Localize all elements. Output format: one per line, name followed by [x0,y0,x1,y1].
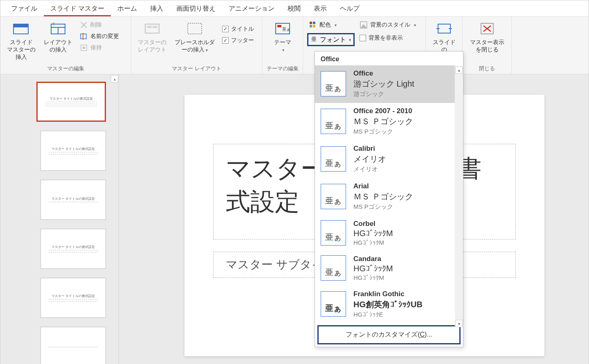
svg-text:+: + [52,22,55,27]
tab-view[interactable]: 表示 [307,0,333,16]
slide-size-icon [434,21,454,36]
scroll-up-icon[interactable]: ▴ [455,66,463,74]
group-close-label: 閉じる [467,63,507,72]
preserve-icon [80,44,88,52]
font-sample-icon: 亜ぁ [321,220,346,246]
close-icon [477,21,497,36]
tab-transition[interactable]: 画面切り替え [170,0,222,16]
insert-slide-master-label: スライド マスターの挿入 [7,39,36,61]
thumbnail-panel[interactable]: ▴ マスター タイトルの書式設定 マスター タイトルの書式設定 マスター タイト… [0,74,119,364]
font-sample-icon: 亜ぁ [321,255,346,281]
scroll-up-button[interactable]: ▴ [111,75,118,83]
group-edit-master: スライド マスターの挿入 + レイアウトの挿入 削除 名前の変更 [0,17,131,74]
fonts-button[interactable]: 亜 フォント▾ [307,33,355,46]
tab-animation[interactable]: アニメーション [222,0,281,16]
checkbox-checked-icon [222,37,229,44]
chevron-down-icon: ▾ [205,48,208,52]
title-checkbox[interactable]: タイトル [220,24,256,34]
svg-text:亜: 亜 [311,36,317,42]
theme-button[interactable]: 亜ぁ テーマ▾ [268,19,297,54]
svg-rect-11 [153,26,157,28]
app-window: ファイル スライド マスター ホーム 挿入 画面切り替え アニメーション 校閲 … [0,0,589,364]
insert-layout-label: レイアウトの挿入 [44,39,72,54]
font-sample-icon: 亜ぁ [321,291,346,317]
colors-button[interactable]: 配色▾ [307,20,355,30]
chevron-down-icon: ▾ [348,38,351,42]
tab-home[interactable]: ホーム [111,0,144,16]
dropdown-scrollbar[interactable]: ▴ ▾ [455,66,463,327]
layout-thumbnail[interactable]: マスター タイトルの書式設定 [40,180,106,220]
font-sample-icon: 亜ぁ [321,71,346,96]
master-thumbnail[interactable]: マスター タイトルの書式設定 [36,82,106,122]
font-dropdown-header: Office [315,51,463,65]
placeholder-icon [185,21,205,36]
font-theme-dropdown: Office 亜ぁ Office 游ゴシック Light 游ゴシック 亜ぁ Of… [315,51,463,347]
chevron-down-icon: ▾ [413,23,416,27]
bg-style-button[interactable]: 背景のスタイル▾ [358,20,418,30]
layout-thumbnail[interactable] [40,327,106,364]
svg-rect-18 [310,25,312,27]
svg-rect-10 [147,26,152,28]
tab-slide-master[interactable]: スライド マスター [44,0,111,16]
font-sample-icon: 亜ぁ [321,109,346,134]
svg-rect-16 [310,22,312,24]
tab-strip: ファイル スライド マスター ホーム 挿入 画面切り替え アニメーション 校閲 … [0,0,589,17]
insert-placeholder-button[interactable]: プレースホルダーの挿入▾ [172,19,217,55]
delete-icon [80,21,88,29]
layout-thumbnail[interactable]: マスター タイトルの書式設定 [40,131,106,171]
insert-layout-button[interactable]: + レイアウトの挿入 [41,19,75,55]
font-theme-item[interactable]: 亜ぁ Arial ＭＳ Ｐゴシック MS Pゴシック [315,178,455,216]
workspace: ▴ マスター タイトルの書式設定 マスター タイトルの書式設定 マスター タイト… [0,74,589,364]
font-theme-list: 亜ぁ Office 游ゴシック Light 游ゴシック 亜ぁ Office 20… [315,65,463,323]
group-edit-master-label: マスターの編集 [4,63,127,72]
chevron-down-icon: ▾ [281,48,284,52]
svg-rect-19 [313,25,315,27]
group-close: マスター表示を閉じる 閉じる [463,17,512,74]
font-theme-item[interactable]: 亜ぁ Office 游ゴシック Light 游ゴシック [315,65,455,103]
fonts-icon: 亜 [311,35,318,44]
tab-review[interactable]: 校閲 [281,0,307,16]
slide-master-icon [11,21,31,36]
preserve-button: 保持 [78,43,121,53]
group-edit-theme: 亜ぁ テーマ▾ テーマの編集 [262,17,303,74]
font-theme-item[interactable]: 亜ぁ Office 2007 - 2010 ＭＳ Ｐゴシック MS Pゴシック [315,103,455,141]
delete-button: 削除 [78,20,121,30]
slide-size-button[interactable]: スライドの [430,19,458,55]
font-theme-item[interactable]: 亜ぁ Corbel HGｺﾞｼｯｸM HGｺﾞｼｯｸM [315,216,455,251]
font-theme-item[interactable]: 亜ぁ Calibri メイリオ メイリオ [315,141,455,178]
tab-insert[interactable]: 挿入 [144,0,170,16]
theme-icon: 亜ぁ [273,21,292,36]
group-master-layout: マスターのレイアウト プレースホルダーの挿入▾ タイトル フッター [131,17,262,74]
font-theme-item[interactable]: 亜ぁ Franklin Gothic HG創英角ｺﾞｼｯｸUB HGｺﾞｼｯｸE [315,286,455,323]
tab-file[interactable]: ファイル [4,0,44,16]
close-master-button[interactable]: マスター表示を閉じる [467,19,507,55]
layout-thumbnail[interactable]: マスター タイトルの書式設定 [40,278,106,318]
insert-slide-master-button[interactable]: スライド マスターの挿入 [4,19,38,63]
layout-icon: + [48,21,68,36]
checkbox-checked-icon [222,26,229,32]
footer-checkbox[interactable]: フッター [220,36,256,45]
tab-help[interactable]: ヘルプ [333,0,366,16]
svg-rect-1 [13,24,28,27]
font-theme-item[interactable]: 亜ぁ Candara HGｺﾞｼｯｸM HGｺﾞｼｯｸM [315,251,455,286]
svg-text:亜ぁ: 亜ぁ [282,27,290,31]
layout-thumbnail[interactable]: マスター タイトルの書式設定 [40,229,106,269]
rename-button[interactable]: 名前の変更 [78,31,121,41]
master-layout-icon [142,21,162,36]
group-edit-theme-label: テーマの編集 [266,63,299,72]
svg-rect-22 [438,24,450,33]
svg-rect-6 [81,34,86,39]
ribbon: スライド マスターの挿入 + レイアウトの挿入 削除 名前の変更 [0,17,589,74]
group-master-layout-label: マスター レイアウト [135,63,258,72]
bg-style-icon [360,21,368,29]
colors-icon [309,21,317,29]
svg-rect-9 [145,24,159,33]
svg-rect-12 [188,23,202,34]
scroll-down-icon[interactable]: ▾ [455,320,463,327]
customize-fonts-button[interactable]: フォントのカスタマイズ(C)... [317,325,461,344]
svg-point-8 [83,47,85,49]
master-layout-button: マスターのレイアウト [135,19,169,55]
hide-bg-checkbox[interactable]: 背景を非表示 [358,33,418,43]
checkbox-icon [360,35,366,41]
font-sample-icon: 亜ぁ [321,184,346,209]
